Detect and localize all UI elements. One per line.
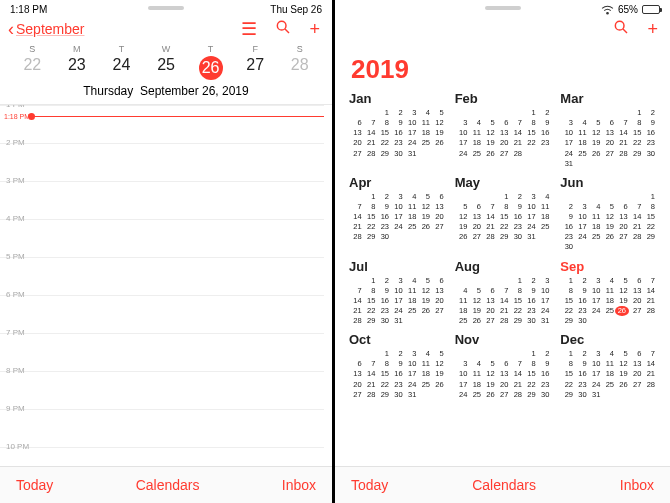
week-row: 22232425262728 bbox=[0, 54, 332, 82]
day-cell[interactable]: 25 bbox=[144, 56, 189, 80]
wifi-icon bbox=[601, 5, 614, 15]
calendars-button[interactable]: Calendars bbox=[472, 477, 536, 493]
month-label: Feb bbox=[455, 91, 551, 106]
inbox-button[interactable]: Inbox bbox=[620, 477, 654, 493]
toolbar-icons: ☰ + bbox=[241, 19, 320, 38]
status-date: Thu Sep 26 bbox=[270, 4, 322, 15]
day-cell[interactable]: 26 bbox=[188, 56, 233, 80]
month-label: May bbox=[455, 175, 551, 190]
month-nov[interactable]: Nov0000012345678910111213141516171819202… bbox=[455, 332, 551, 400]
month-label: Nov bbox=[455, 332, 551, 347]
day-cell[interactable]: 24 bbox=[99, 56, 144, 80]
month-days-grid: 0000012345678910111213141516171819202122… bbox=[560, 108, 656, 169]
month-aug[interactable]: Aug0000123456789101112131415161718192021… bbox=[455, 259, 551, 327]
back-button[interactable]: ‹ September bbox=[8, 20, 84, 38]
month-days-grid: 0000012345678910111213141516171819202122… bbox=[455, 108, 551, 159]
month-may[interactable]: May0001234567891011121314151617181920212… bbox=[455, 175, 551, 253]
hour-row: 5 PM bbox=[0, 257, 324, 295]
hour-row: 10 PM bbox=[0, 447, 324, 466]
status-time: 1:18 PM bbox=[10, 4, 47, 15]
bottom-toolbar-left: Today Calendars Inbox bbox=[0, 466, 332, 503]
today-button[interactable]: Today bbox=[16, 477, 53, 493]
day-timeline[interactable]: 1 PM2 PM3 PM4 PM5 PM6 PM7 PM8 PM9 PM10 P… bbox=[0, 105, 332, 466]
day-cell[interactable]: 22 bbox=[10, 56, 55, 80]
search-icon[interactable] bbox=[275, 19, 291, 38]
nav-bar-left: ‹ September ☰ + bbox=[0, 15, 332, 44]
month-jul[interactable]: Jul0123456789101112131415161718192021222… bbox=[349, 259, 445, 327]
battery-icon bbox=[642, 5, 660, 14]
bottom-toolbar-right: Today Calendars Inbox bbox=[335, 466, 670, 503]
hour-row: 7 PM bbox=[0, 333, 324, 371]
hour-row: 9 PM bbox=[0, 409, 324, 447]
svg-point-0 bbox=[278, 21, 287, 30]
month-days-grid: 1234567891011121314151617181920212223242… bbox=[560, 276, 656, 327]
now-label: 1:18 PM bbox=[4, 113, 30, 120]
svg-line-1 bbox=[285, 29, 289, 33]
month-label: Jul bbox=[349, 259, 445, 274]
hour-row: 3 PM bbox=[0, 181, 324, 219]
month-days-grid: 0000001234567891011121314151617181920212… bbox=[560, 192, 656, 253]
month-feb[interactable]: Feb0000012345678910111213141516171819202… bbox=[455, 91, 551, 169]
hour-row: 1 PM bbox=[0, 105, 324, 143]
hour-row: 4 PM bbox=[0, 219, 324, 257]
inbox-button[interactable]: Inbox bbox=[282, 477, 316, 493]
hour-row: 6 PM bbox=[0, 295, 324, 333]
add-icon[interactable]: + bbox=[647, 20, 658, 38]
chevron-left-icon: ‹ bbox=[8, 20, 14, 38]
year-grid[interactable]: Jan0012345678910111213141516171819202122… bbox=[335, 91, 670, 466]
month-label: Oct bbox=[349, 332, 445, 347]
month-label: Apr bbox=[349, 175, 445, 190]
add-icon[interactable]: + bbox=[309, 20, 320, 38]
grab-handle-icon[interactable] bbox=[485, 6, 521, 10]
month-label: Jun bbox=[560, 175, 656, 190]
month-days-grid: 0012345678910111213141516171819202122232… bbox=[349, 349, 445, 400]
hour-row: 8 PM bbox=[0, 371, 324, 409]
month-days-grid: 0000123456789101112131415161718192021222… bbox=[455, 276, 551, 327]
back-label: September bbox=[16, 21, 84, 37]
month-label: Jan bbox=[349, 91, 445, 106]
svg-line-4 bbox=[623, 29, 627, 33]
toolbar-icons: + bbox=[613, 19, 658, 38]
month-label: Aug bbox=[455, 259, 551, 274]
day-view-pane: 1:18 PM Thu Sep 26 ‹ September ☰ + SMT W… bbox=[0, 0, 335, 503]
day-cell[interactable]: 28 bbox=[277, 56, 322, 80]
month-days-grid: 0123456789101112131415161718192021222324… bbox=[349, 276, 445, 327]
today-button[interactable]: Today bbox=[351, 477, 388, 493]
month-mar[interactable]: Mar0000012345678910111213141516171819202… bbox=[560, 91, 656, 169]
month-days-grid: 0012345678910111213141516171819202122232… bbox=[349, 108, 445, 159]
month-jun[interactable]: Jun0000001234567891011121314151617181920… bbox=[560, 175, 656, 253]
date-caption: Thursday September 26, 2019 bbox=[0, 82, 332, 105]
day-cell[interactable]: 23 bbox=[55, 56, 100, 80]
month-sep[interactable]: Sep1234567891011121314151617181920212223… bbox=[560, 259, 656, 327]
month-label: Mar bbox=[560, 91, 656, 106]
nav-bar-right: + bbox=[335, 15, 670, 44]
month-days-grid: 0001234567891011121314151617181920212223… bbox=[455, 192, 551, 243]
grab-handle-icon[interactable] bbox=[148, 6, 184, 10]
search-icon[interactable] bbox=[613, 19, 629, 38]
month-jan[interactable]: Jan0012345678910111213141516171819202122… bbox=[349, 91, 445, 169]
year-title: 2019 bbox=[335, 44, 670, 91]
month-label: Dec bbox=[560, 332, 656, 347]
weekday-header: SMT WTF S bbox=[0, 44, 332, 54]
month-apr[interactable]: Apr0123456789101112131415161718192021222… bbox=[349, 175, 445, 253]
month-dec[interactable]: Dec1234567891011121314151617181920212223… bbox=[560, 332, 656, 400]
battery-pct: 65% bbox=[618, 4, 638, 15]
hour-row: 2 PM bbox=[0, 143, 324, 181]
year-view-pane: 65% + 2019 Jan00123456789101112131415161… bbox=[335, 0, 670, 503]
month-days-grid: 1234567891011121314151617181920212223242… bbox=[560, 349, 656, 400]
list-icon[interactable]: ☰ bbox=[241, 20, 257, 38]
now-indicator bbox=[32, 116, 324, 117]
month-label: Sep bbox=[560, 259, 656, 274]
month-days-grid: 0000012345678910111213141516171819202122… bbox=[455, 349, 551, 400]
calendars-button[interactable]: Calendars bbox=[136, 477, 200, 493]
month-days-grid: 0123456789101112131415161718192021222324… bbox=[349, 192, 445, 243]
month-oct[interactable]: Oct0012345678910111213141516171819202122… bbox=[349, 332, 445, 400]
svg-point-2 bbox=[607, 12, 609, 14]
svg-point-3 bbox=[616, 21, 625, 30]
day-cell[interactable]: 27 bbox=[233, 56, 278, 80]
